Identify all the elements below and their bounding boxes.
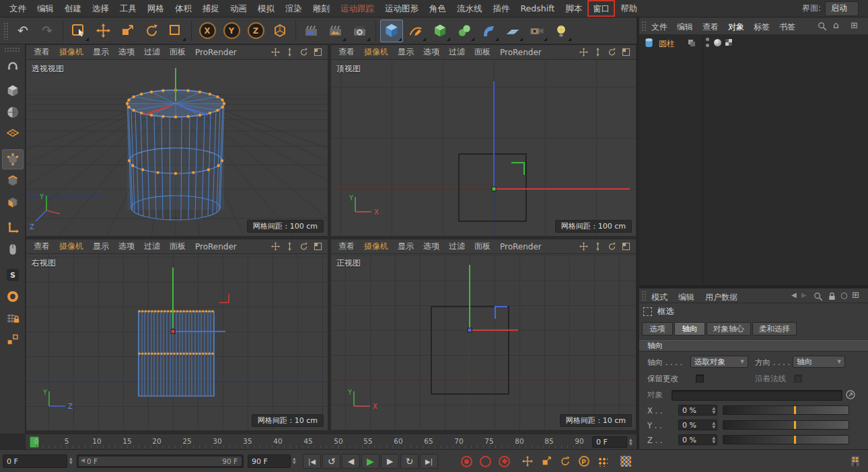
am-search-icon[interactable] xyxy=(813,291,823,301)
om-panel-menu-icon[interactable]: ⊞ xyxy=(851,21,858,30)
undo-button[interactable]: ↶ xyxy=(11,19,34,42)
direction-dropdown[interactable]: 轴向▼ xyxy=(793,356,845,368)
previous-frame-button[interactable]: ◀ xyxy=(342,454,360,469)
vp-menu-filter[interactable]: 过滤 xyxy=(444,241,470,252)
am-history-forward-icon[interactable]: ▶ xyxy=(801,292,807,299)
pan-view-icon[interactable] xyxy=(579,242,588,251)
maximize-view-icon[interactable] xyxy=(622,48,630,56)
light-button[interactable] xyxy=(550,19,573,42)
menu-create[interactable]: 创建 xyxy=(59,0,87,17)
menu-tools[interactable]: 工具 xyxy=(114,0,142,17)
phong-tag-icon[interactable] xyxy=(714,39,721,46)
menu-simulate[interactable]: 模拟 xyxy=(252,0,280,17)
camera-button[interactable] xyxy=(526,19,548,42)
coordinate-system-button[interactable] xyxy=(268,19,291,42)
timeline-frame-field[interactable]: 0 F xyxy=(592,436,627,448)
vp-menu-view[interactable]: 查看 xyxy=(334,46,359,58)
gizmo-center[interactable] xyxy=(492,187,496,191)
vp-menu-prorender[interactable]: ProRender xyxy=(190,242,242,251)
pen-tool-button[interactable] xyxy=(404,19,427,42)
y-slider[interactable] xyxy=(723,420,849,430)
zoom-view-icon[interactable] xyxy=(593,48,602,56)
vp-menu-camera[interactable]: 摄像机 xyxy=(359,241,393,252)
vp-menu-prorender[interactable]: ProRender xyxy=(495,48,546,57)
maximize-view-icon[interactable] xyxy=(314,48,322,56)
add-cube-button[interactable] xyxy=(380,19,403,42)
vp-menu-filter[interactable]: 过滤 xyxy=(139,46,165,58)
vp-menu-view[interactable]: 查看 xyxy=(29,46,55,58)
texture-tag-icon[interactable] xyxy=(725,38,733,46)
interface-selector[interactable]: 启动 xyxy=(825,1,859,16)
axis-mode-button[interactable] xyxy=(2,218,24,238)
vp-menu-options[interactable]: 选项 xyxy=(419,46,444,58)
make-editable-button[interactable] xyxy=(2,56,24,77)
vp-menu-view[interactable]: 查看 xyxy=(29,241,55,252)
content-browser-icon[interactable] xyxy=(846,454,864,469)
tab-options[interactable]: 选项 xyxy=(642,322,673,336)
om-menu-edit[interactable]: 编辑 xyxy=(677,22,693,33)
vp-menu-display[interactable]: 显示 xyxy=(88,46,114,58)
vp-menu-display[interactable]: 显示 xyxy=(393,241,419,252)
zoom-view-icon[interactable] xyxy=(285,48,294,56)
viewport-solo-button[interactable] xyxy=(2,239,24,260)
gizmo-center[interactable] xyxy=(468,328,472,332)
stepper-down-icon[interactable]: ▼ xyxy=(712,410,715,414)
pan-view-icon[interactable] xyxy=(271,48,280,56)
menu-render[interactable]: 渲染 xyxy=(280,0,308,17)
go-to-end-button[interactable]: ▶| xyxy=(420,454,438,469)
record-button[interactable] xyxy=(458,454,476,469)
cylinder-object[interactable] xyxy=(126,89,225,220)
menu-volume[interactable]: 体积 xyxy=(170,0,197,17)
viewport-canvas-top[interactable]: Y X 顶视图 网格间距：100 cm xyxy=(331,60,636,236)
tab-axis[interactable]: 轴向 xyxy=(674,322,705,336)
menu-edit[interactable]: 编辑 xyxy=(32,0,59,17)
stepper-down-icon[interactable]: ▼ xyxy=(712,440,715,444)
layer-icon[interactable] xyxy=(688,39,696,47)
om-menu-file[interactable]: 文件 xyxy=(651,22,667,33)
deformer-button[interactable] xyxy=(477,19,500,42)
tab-object-axis[interactable]: 对象轴心 xyxy=(707,322,751,336)
range-left-arrow-icon[interactable]: ◀ xyxy=(81,457,85,463)
menu-character[interactable]: 角色 xyxy=(424,0,451,17)
am-history-back-icon[interactable]: ◀ xyxy=(791,292,797,299)
vp-menu-display[interactable]: 显示 xyxy=(393,46,419,58)
autokey-button[interactable] xyxy=(476,454,495,469)
points-mode-button[interactable] xyxy=(2,149,24,169)
x-slider-handle[interactable] xyxy=(794,406,796,414)
render-view-button[interactable] xyxy=(300,19,323,42)
menu-help[interactable]: 帮助 xyxy=(615,0,643,17)
environment-button[interactable] xyxy=(501,19,524,42)
cylinder-side[interactable] xyxy=(139,311,214,396)
am-menu-userdata[interactable]: 用户数据 xyxy=(705,292,737,303)
rotate-view-icon[interactable] xyxy=(608,48,616,56)
menu-select[interactable]: 选择 xyxy=(87,0,114,17)
vp-menu-panel[interactable]: 面板 xyxy=(470,46,495,58)
menu-plugins[interactable]: 插件 xyxy=(488,0,515,17)
object-manager-body[interactable] xyxy=(639,35,868,285)
quantize-button[interactable] xyxy=(2,329,24,350)
keyframe-presets-button[interactable] xyxy=(616,454,635,469)
y-value-field[interactable]: 0 %▲▼ xyxy=(678,420,717,430)
am-menu-mode[interactable]: 模式 xyxy=(651,292,667,303)
timeline-ruler[interactable]: 0 5 10 15 20 25 30 35 40 45 50 55 60 65 … xyxy=(26,434,637,449)
render-visibility-dot[interactable] xyxy=(706,44,709,47)
om-menu-bookmarks[interactable]: 书签 xyxy=(779,22,795,33)
menu-snap[interactable]: 捕捉 xyxy=(197,0,225,17)
vp-menu-options[interactable]: 选项 xyxy=(419,241,444,252)
scale-tool-button[interactable] xyxy=(116,19,139,42)
viewport-canvas-front[interactable]: Y X 正视图 网格间距：10 cm xyxy=(331,254,636,430)
stepper-down-icon[interactable]: ▼ xyxy=(712,425,715,429)
am-grip[interactable] xyxy=(641,290,647,301)
scale-key-toggle[interactable] xyxy=(537,454,555,469)
timeline-frame-stepper[interactable]: ▲▼ xyxy=(629,438,635,445)
generator-button[interactable] xyxy=(429,19,451,42)
vp-menu-view[interactable]: 查看 xyxy=(334,241,359,252)
vp-menu-camera[interactable]: 摄像机 xyxy=(359,46,393,58)
am-lock-icon[interactable] xyxy=(827,291,837,301)
vp-menu-prorender[interactable]: ProRender xyxy=(190,48,242,57)
menu-script[interactable]: 脚本 xyxy=(560,0,587,17)
snap-toggle-button[interactable]: S xyxy=(2,265,24,285)
redo-button[interactable]: ↷ xyxy=(36,19,59,42)
am-menu-edit[interactable]: 编辑 xyxy=(678,292,694,303)
rotation-key-toggle[interactable] xyxy=(556,454,574,469)
